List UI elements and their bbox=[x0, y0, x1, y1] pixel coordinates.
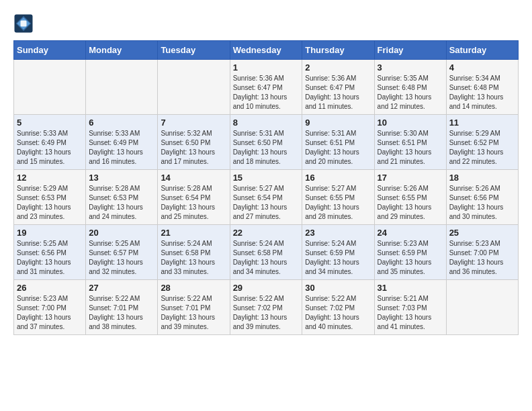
day-info: Sunrise: 5:23 AM Sunset: 7:00 PM Dayligh… bbox=[17, 294, 83, 332]
day-info: Sunrise: 5:27 AM Sunset: 6:55 PM Dayligh… bbox=[305, 184, 371, 222]
day-info: Sunrise: 5:33 AM Sunset: 6:49 PM Dayligh… bbox=[17, 129, 83, 167]
calendar-cell: 17Sunrise: 5:26 AM Sunset: 6:55 PM Dayli… bbox=[374, 170, 446, 225]
calendar-cell: 15Sunrise: 5:27 AM Sunset: 6:54 PM Dayli… bbox=[230, 170, 302, 225]
day-info: Sunrise: 5:26 AM Sunset: 6:55 PM Dayligh… bbox=[378, 184, 443, 222]
day-info: Sunrise: 5:34 AM Sunset: 6:48 PM Dayligh… bbox=[449, 74, 515, 111]
day-number: 26 bbox=[17, 283, 83, 293]
day-info: Sunrise: 5:30 AM Sunset: 6:51 PM Dayligh… bbox=[378, 129, 443, 167]
day-number: 9 bbox=[305, 118, 371, 128]
calendar-week-row: 1Sunrise: 5:36 AM Sunset: 6:47 PM Daylig… bbox=[14, 60, 519, 115]
day-info: Sunrise: 5:28 AM Sunset: 6:54 PM Dayligh… bbox=[161, 184, 226, 222]
calendar-cell: 28Sunrise: 5:22 AM Sunset: 7:01 PM Dayli… bbox=[158, 280, 230, 335]
calendar-cell: 2Sunrise: 5:36 AM Sunset: 6:47 PM Daylig… bbox=[302, 60, 374, 115]
calendar-cell: 12Sunrise: 5:29 AM Sunset: 6:53 PM Dayli… bbox=[14, 170, 86, 225]
calendar-cell: 14Sunrise: 5:28 AM Sunset: 6:54 PM Dayli… bbox=[158, 170, 230, 225]
day-number: 27 bbox=[89, 283, 154, 293]
page-header bbox=[13, 13, 519, 34]
day-number: 29 bbox=[233, 283, 300, 293]
calendar-cell: 19Sunrise: 5:25 AM Sunset: 6:56 PM Dayli… bbox=[14, 225, 86, 280]
calendar-cell: 9Sunrise: 5:31 AM Sunset: 6:51 PM Daylig… bbox=[302, 115, 374, 170]
day-info: Sunrise: 5:25 AM Sunset: 6:57 PM Dayligh… bbox=[89, 239, 154, 277]
day-number: 2 bbox=[305, 62, 371, 73]
calendar-cell: 25Sunrise: 5:23 AM Sunset: 7:00 PM Dayli… bbox=[446, 225, 518, 280]
calendar-cell: 26Sunrise: 5:23 AM Sunset: 7:00 PM Dayli… bbox=[14, 280, 86, 335]
calendar-cell: 13Sunrise: 5:28 AM Sunset: 6:53 PM Dayli… bbox=[86, 170, 158, 225]
calendar-cell: 22Sunrise: 5:24 AM Sunset: 6:58 PM Dayli… bbox=[230, 225, 302, 280]
day-info: Sunrise: 5:24 AM Sunset: 6:59 PM Dayligh… bbox=[305, 239, 371, 277]
col-saturday: Saturday bbox=[446, 41, 518, 60]
day-number: 23 bbox=[305, 228, 371, 238]
day-info: Sunrise: 5:24 AM Sunset: 6:58 PM Dayligh… bbox=[233, 239, 300, 277]
day-number: 21 bbox=[161, 228, 226, 238]
day-info: Sunrise: 5:31 AM Sunset: 6:50 PM Dayligh… bbox=[233, 129, 300, 167]
day-number: 31 bbox=[378, 283, 443, 293]
col-monday: Monday bbox=[86, 41, 158, 60]
calendar-week-row: 12Sunrise: 5:29 AM Sunset: 6:53 PM Dayli… bbox=[14, 170, 519, 225]
day-number: 8 bbox=[233, 118, 300, 128]
day-number: 1 bbox=[233, 62, 300, 73]
day-info: Sunrise: 5:27 AM Sunset: 6:54 PM Dayligh… bbox=[233, 184, 300, 222]
calendar-week-row: 26Sunrise: 5:23 AM Sunset: 7:00 PM Dayli… bbox=[14, 280, 519, 335]
calendar-cell bbox=[86, 60, 158, 115]
calendar-cell: 27Sunrise: 5:22 AM Sunset: 7:01 PM Dayli… bbox=[86, 280, 158, 335]
calendar-cell: 7Sunrise: 5:32 AM Sunset: 6:50 PM Daylig… bbox=[158, 115, 230, 170]
calendar-cell: 24Sunrise: 5:23 AM Sunset: 6:59 PM Dayli… bbox=[374, 225, 446, 280]
day-info: Sunrise: 5:36 AM Sunset: 6:47 PM Dayligh… bbox=[305, 74, 371, 111]
day-info: Sunrise: 5:29 AM Sunset: 6:53 PM Dayligh… bbox=[17, 184, 83, 222]
svg-rect-3 bbox=[21, 21, 27, 27]
day-info: Sunrise: 5:29 AM Sunset: 6:52 PM Dayligh… bbox=[449, 129, 515, 167]
calendar-cell bbox=[158, 60, 230, 115]
calendar-cell: 1Sunrise: 5:36 AM Sunset: 6:47 PM Daylig… bbox=[230, 60, 302, 115]
day-number: 14 bbox=[161, 173, 226, 183]
col-friday: Friday bbox=[374, 41, 446, 60]
calendar-cell: 18Sunrise: 5:26 AM Sunset: 6:56 PM Dayli… bbox=[446, 170, 518, 225]
calendar-cell: 16Sunrise: 5:27 AM Sunset: 6:55 PM Dayli… bbox=[302, 170, 374, 225]
day-number: 16 bbox=[305, 173, 371, 183]
day-info: Sunrise: 5:21 AM Sunset: 7:03 PM Dayligh… bbox=[378, 294, 443, 332]
calendar-table: Sunday Monday Tuesday Wednesday Thursday… bbox=[13, 40, 519, 335]
day-number: 12 bbox=[17, 173, 83, 183]
day-number: 5 bbox=[17, 118, 83, 128]
day-number: 22 bbox=[233, 228, 300, 238]
logo-icon bbox=[13, 13, 34, 34]
col-tuesday: Tuesday bbox=[158, 41, 230, 60]
col-thursday: Thursday bbox=[302, 41, 374, 60]
day-info: Sunrise: 5:22 AM Sunset: 7:02 PM Dayligh… bbox=[233, 294, 300, 332]
calendar-week-row: 5Sunrise: 5:33 AM Sunset: 6:49 PM Daylig… bbox=[14, 115, 519, 170]
day-number: 28 bbox=[161, 283, 226, 293]
calendar-cell: 20Sunrise: 5:25 AM Sunset: 6:57 PM Dayli… bbox=[86, 225, 158, 280]
day-number: 10 bbox=[378, 118, 443, 128]
logo bbox=[13, 13, 35, 34]
day-info: Sunrise: 5:22 AM Sunset: 7:01 PM Dayligh… bbox=[89, 294, 154, 332]
col-sunday: Sunday bbox=[14, 41, 86, 60]
day-info: Sunrise: 5:22 AM Sunset: 7:02 PM Dayligh… bbox=[305, 294, 371, 332]
day-info: Sunrise: 5:33 AM Sunset: 6:49 PM Dayligh… bbox=[89, 129, 154, 167]
day-info: Sunrise: 5:28 AM Sunset: 6:53 PM Dayligh… bbox=[89, 184, 154, 222]
day-info: Sunrise: 5:35 AM Sunset: 6:48 PM Dayligh… bbox=[378, 74, 443, 111]
calendar-cell bbox=[14, 60, 86, 115]
day-info: Sunrise: 5:22 AM Sunset: 7:01 PM Dayligh… bbox=[161, 294, 226, 332]
day-number: 25 bbox=[449, 228, 515, 238]
calendar-week-row: 19Sunrise: 5:25 AM Sunset: 6:56 PM Dayli… bbox=[14, 225, 519, 280]
col-wednesday: Wednesday bbox=[230, 41, 302, 60]
day-number: 19 bbox=[17, 228, 83, 238]
day-number: 6 bbox=[89, 118, 154, 128]
day-info: Sunrise: 5:26 AM Sunset: 6:56 PM Dayligh… bbox=[449, 184, 515, 222]
calendar-cell: 21Sunrise: 5:24 AM Sunset: 6:58 PM Dayli… bbox=[158, 225, 230, 280]
day-number: 3 bbox=[378, 62, 443, 73]
day-info: Sunrise: 5:23 AM Sunset: 7:00 PM Dayligh… bbox=[449, 239, 515, 277]
calendar-cell: 6Sunrise: 5:33 AM Sunset: 6:49 PM Daylig… bbox=[86, 115, 158, 170]
calendar-cell: 5Sunrise: 5:33 AM Sunset: 6:49 PM Daylig… bbox=[14, 115, 86, 170]
calendar-cell: 10Sunrise: 5:30 AM Sunset: 6:51 PM Dayli… bbox=[374, 115, 446, 170]
day-number: 11 bbox=[449, 118, 515, 128]
day-number: 30 bbox=[305, 283, 371, 293]
day-number: 7 bbox=[161, 118, 226, 128]
calendar-cell: 29Sunrise: 5:22 AM Sunset: 7:02 PM Dayli… bbox=[230, 280, 302, 335]
calendar-cell: 3Sunrise: 5:35 AM Sunset: 6:48 PM Daylig… bbox=[374, 60, 446, 115]
day-info: Sunrise: 5:36 AM Sunset: 6:47 PM Dayligh… bbox=[233, 74, 300, 111]
calendar-cell: 23Sunrise: 5:24 AM Sunset: 6:59 PM Dayli… bbox=[302, 225, 374, 280]
day-number: 18 bbox=[449, 173, 515, 183]
calendar-cell: 30Sunrise: 5:22 AM Sunset: 7:02 PM Dayli… bbox=[302, 280, 374, 335]
calendar-cell: 4Sunrise: 5:34 AM Sunset: 6:48 PM Daylig… bbox=[446, 60, 518, 115]
calendar-cell: 31Sunrise: 5:21 AM Sunset: 7:03 PM Dayli… bbox=[374, 280, 446, 335]
